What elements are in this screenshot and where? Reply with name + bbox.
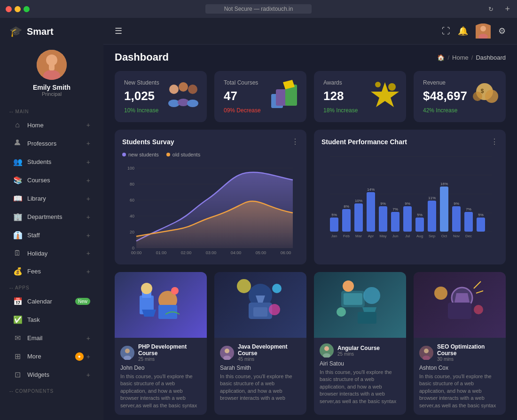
staff-expand-icon[interactable]: +: [86, 232, 90, 239]
departments-expand-icon[interactable]: +: [86, 213, 90, 221]
svg-rect-98: [253, 307, 267, 317]
components-section-label: -- COMPONENTS: [0, 384, 103, 396]
stat-card-awards: Awards 128 18% Increase: [314, 71, 406, 122]
courses-icon: 📚: [13, 176, 22, 185]
charts-row: Students Survay ⋮ new students old stude…: [115, 130, 506, 264]
students-icon: 👥: [13, 157, 22, 166]
course-avatar-2: [320, 343, 334, 358]
legend-old-label: old students: [172, 152, 200, 157]
svg-point-17: [388, 83, 396, 91]
survey-chart-svg: 100 80 60 40 20 0: [122, 161, 299, 255]
course-avatar-1: [220, 346, 234, 360]
minimize-button[interactable]: [15, 6, 21, 12]
svg-rect-53: [367, 192, 375, 232]
course-name-0: PHP Development Course: [138, 343, 201, 357]
email-expand-icon[interactable]: +: [86, 334, 90, 342]
svg-text:10%: 10%: [355, 199, 362, 203]
sidebar-item-holiday[interactable]: 🗓 Holiday +: [4, 245, 100, 262]
home-breadcrumb-icon: 🏠: [437, 54, 445, 61]
survey-chart-title: Students Survay: [122, 138, 174, 146]
header-avatar[interactable]: [476, 23, 491, 39]
widgets-icon: ⊡: [13, 370, 22, 379]
performance-chart-menu[interactable]: ⋮: [491, 137, 498, 146]
dashboard-content: New Students 1,025 10% Increase: [103, 67, 517, 420]
maximize-button[interactable]: [24, 6, 30, 12]
library-icon: 📖: [13, 194, 22, 203]
svg-text:03:00: 03:00: [206, 250, 217, 255]
sidebar-item-calendar[interactable]: 📅 Calendar New: [4, 293, 100, 310]
svg-text:14%: 14%: [367, 187, 375, 192]
more-apps-expand-icon[interactable]: +: [86, 353, 90, 360]
svg-point-20: [485, 90, 498, 103]
course-illustration-3: [414, 272, 506, 338]
svg-point-90: [171, 287, 179, 295]
url-bar[interactable]: Not Secure — radixtouch.in: [205, 4, 312, 14]
staff-icon: 👔: [13, 231, 22, 240]
close-button[interactable]: [6, 6, 12, 12]
settings-icon[interactable]: ⚙: [498, 26, 506, 36]
svg-text:60: 60: [130, 198, 134, 202]
sidebar-label-library: Library: [27, 195, 46, 202]
sidebar-item-students[interactable]: 👥 Students +: [4, 153, 100, 171]
students-expand-icon[interactable]: +: [86, 158, 90, 166]
courses-expand-icon[interactable]: +: [86, 177, 90, 184]
svg-text:5%: 5%: [478, 213, 484, 217]
reload-icon[interactable]: ↻: [488, 6, 494, 13]
sidebar-item-courses[interactable]: 📚 Courses +: [4, 171, 100, 189]
library-expand-icon[interactable]: +: [86, 195, 90, 202]
sidebar-item-departments[interactable]: 🏢 Departments +: [4, 208, 100, 226]
survey-chart-legend: new students old students: [122, 152, 299, 157]
page-title: Dashboard: [115, 51, 169, 63]
sidebar-label-departments: Departments: [27, 213, 62, 220]
svg-text:Jun: Jun: [392, 234, 399, 238]
svg-rect-113: [448, 303, 471, 319]
course-avatar-0: [120, 346, 134, 360]
svg-text:02:00: 02:00: [181, 250, 192, 255]
logo-icon: 🎓: [9, 25, 22, 38]
sidebar-item-task[interactable]: ✅ Task: [4, 311, 100, 328]
calendar-badge: New: [75, 298, 90, 305]
hamburger-icon[interactable]: ☰: [115, 26, 122, 36]
sidebar-item-email[interactable]: ✉ Email +: [4, 329, 100, 347]
course-name-2: Angular Course: [337, 345, 380, 351]
svg-point-89: [141, 283, 152, 294]
svg-text:7%: 7%: [392, 207, 398, 211]
sidebar-item-professors[interactable]: Professors +: [4, 134, 100, 152]
fullscreen-icon[interactable]: ⛶: [442, 26, 450, 36]
stat-card-students: New Students 1,025 10% Increase: [115, 71, 207, 122]
svg-rect-47: [330, 218, 338, 232]
holiday-icon: 🗓: [13, 249, 22, 257]
widgets-expand-icon[interactable]: +: [86, 371, 90, 379]
sidebar-item-library[interactable]: 📖 Library +: [4, 190, 100, 207]
svg-text:100: 100: [127, 166, 134, 171]
course-duration-2: 25 mins: [337, 351, 380, 357]
fees-expand-icon[interactable]: +: [86, 268, 90, 275]
svg-text:01:00: 01:00: [156, 250, 167, 255]
new-tab-button[interactable]: +: [505, 4, 510, 14]
window-controls: [6, 6, 30, 12]
breadcrumb-home[interactable]: Home: [452, 54, 469, 61]
notification-icon[interactable]: 🔔: [458, 26, 468, 36]
sidebar-item-staff[interactable]: 👔 Staff +: [4, 226, 100, 244]
course-name-3: SEO Optimization Course: [437, 343, 500, 357]
svg-text:Nov: Nov: [453, 234, 460, 238]
course-instructor-2: Airi Satou: [320, 360, 400, 367]
course-duration-0: 25 mins: [138, 357, 201, 362]
course-desc-3: In this course, you'll explore the basic…: [419, 373, 500, 409]
professors-expand-icon[interactable]: +: [86, 140, 90, 147]
sidebar-item-home[interactable]: ⌂ Home +: [4, 117, 100, 133]
svg-point-10: [188, 85, 197, 94]
sidebar-item-widgets[interactable]: ⊡ Widgets +: [4, 366, 100, 383]
svg-point-115: [474, 305, 483, 314]
survey-chart-menu[interactable]: ⋮: [291, 137, 299, 146]
sidebar-item-more-apps[interactable]: ⊞ More ● +: [4, 348, 100, 365]
holiday-expand-icon[interactable]: +: [86, 249, 90, 257]
svg-point-110: [324, 346, 329, 351]
top-header: ☰ ⛶ 🔔 ⚙: [103, 18, 517, 45]
breadcrumb-bar: Dashboard 🏠 / Home / Dashboard: [103, 45, 517, 67]
course-card-1: Java Development Course 45 mins Sarah Sm…: [214, 272, 306, 415]
home-expand-icon[interactable]: +: [86, 121, 90, 129]
svg-text:Feb: Feb: [343, 234, 350, 238]
sidebar-item-fees[interactable]: 💰 Fees +: [4, 263, 100, 280]
stats-row: New Students 1,025 10% Increase: [115, 71, 506, 122]
